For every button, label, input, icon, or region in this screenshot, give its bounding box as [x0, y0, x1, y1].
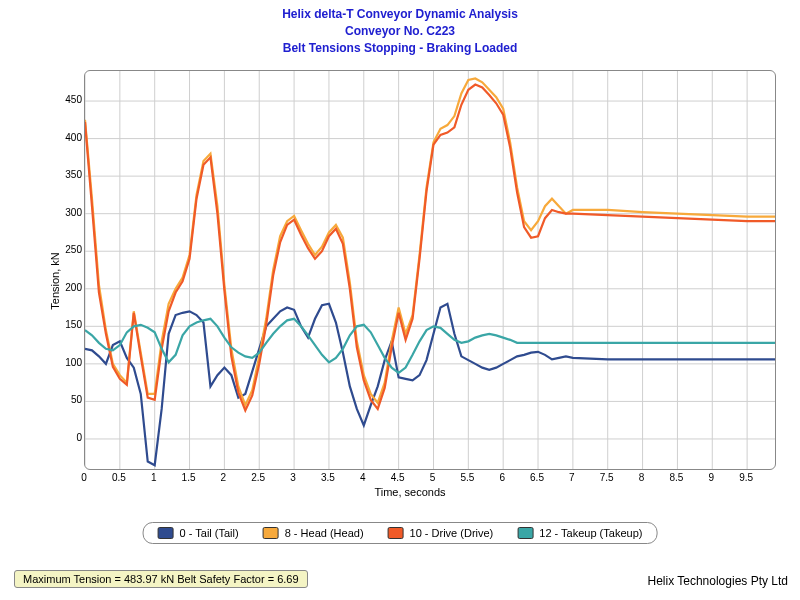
x-tick: 2 [221, 472, 227, 483]
x-tick: 3.5 [321, 472, 335, 483]
x-tick: 6.5 [530, 472, 544, 483]
chart-area: Tension, kN Time, seconds 05010015020025… [40, 62, 780, 500]
x-tick: 8 [639, 472, 645, 483]
chart-title: Helix delta-T Conveyor Dynamic Analysis … [0, 0, 800, 56]
x-tick: 1 [151, 472, 157, 483]
x-tick: 2.5 [251, 472, 265, 483]
x-tick: 5 [430, 472, 436, 483]
legend-swatch [388, 527, 404, 539]
legend-label: 12 - Takeup (Takeup) [539, 527, 642, 539]
y-tick: 150 [42, 319, 82, 330]
legend-label: 8 - Head (Head) [285, 527, 364, 539]
y-tick: 0 [42, 432, 82, 443]
y-tick: 100 [42, 357, 82, 368]
x-tick: 7 [569, 472, 575, 483]
legend-swatch [263, 527, 279, 539]
legend-label: 10 - Drive (Drive) [410, 527, 494, 539]
legend-item: 8 - Head (Head) [263, 527, 364, 539]
title-line3: Belt Tensions Stopping - Braking Loaded [0, 40, 800, 57]
title-line2: Conveyor No. C223 [0, 23, 800, 40]
legend-item: 10 - Drive (Drive) [388, 527, 494, 539]
x-axis-label: Time, seconds [374, 486, 445, 498]
y-tick: 300 [42, 207, 82, 218]
title-line1: Helix delta-T Conveyor Dynamic Analysis [0, 6, 800, 23]
company-label: Helix Technologies Pty Ltd [647, 574, 788, 588]
x-tick: 4.5 [391, 472, 405, 483]
y-tick: 450 [42, 94, 82, 105]
x-tick: 3 [290, 472, 296, 483]
legend-label: 0 - Tail (Tail) [180, 527, 239, 539]
y-tick: 50 [42, 394, 82, 405]
x-tick: 0 [81, 472, 87, 483]
x-tick: 0.5 [112, 472, 126, 483]
x-tick: 8.5 [669, 472, 683, 483]
status-bar: Maximum Tension = 483.97 kN Belt Safety … [14, 570, 308, 588]
legend-swatch [517, 527, 533, 539]
x-tick: 7.5 [600, 472, 614, 483]
plot-region [84, 70, 776, 470]
y-tick: 250 [42, 244, 82, 255]
x-tick: 9 [708, 472, 714, 483]
y-tick: 400 [42, 132, 82, 143]
y-tick: 200 [42, 282, 82, 293]
x-tick: 9.5 [739, 472, 753, 483]
legend: 0 - Tail (Tail)8 - Head (Head)10 - Drive… [143, 522, 658, 544]
x-tick: 5.5 [460, 472, 474, 483]
x-tick: 1.5 [182, 472, 196, 483]
y-tick: 350 [42, 169, 82, 180]
legend-item: 0 - Tail (Tail) [158, 527, 239, 539]
x-tick: 6 [499, 472, 505, 483]
legend-item: 12 - Takeup (Takeup) [517, 527, 642, 539]
x-tick: 4 [360, 472, 366, 483]
legend-swatch [158, 527, 174, 539]
